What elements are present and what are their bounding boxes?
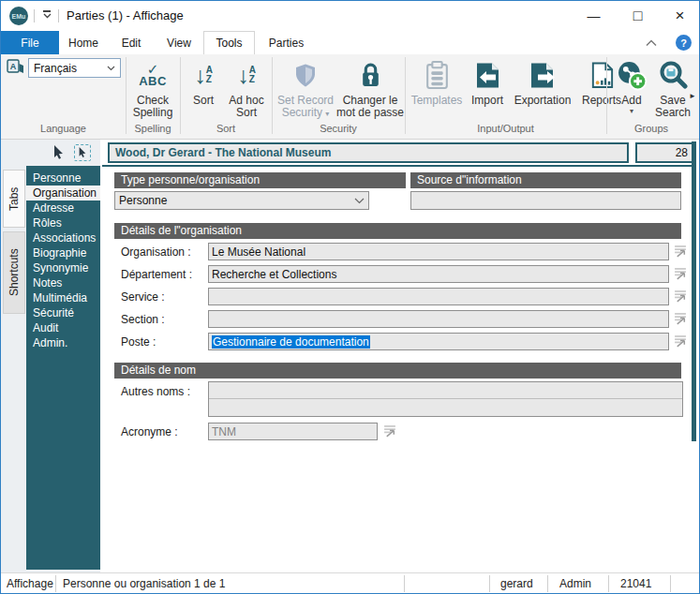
section-input[interactable] — [208, 310, 669, 328]
type-select[interactable]: Personne — [114, 191, 369, 210]
set-record-security-button[interactable]: Set Record Security ▾ — [275, 55, 336, 120]
sort-button[interactable]: ↓ AZ Sort — [185, 55, 222, 107]
sidebar-item-notes[interactable]: Notes — [26, 275, 100, 290]
status-separator — [608, 575, 609, 592]
titlebar-separator — [58, 9, 59, 22]
add-group-button[interactable]: Add ▾ — [612, 55, 651, 115]
tab-home[interactable]: Home — [59, 31, 108, 54]
check-spelling-button[interactable]: ✓ ABC Check Spelling — [127, 55, 179, 119]
cursor-icon[interactable] — [50, 144, 67, 161]
sidebar-item-roles[interactable]: Rôles — [26, 215, 100, 230]
dropdown-caret-icon: ▾ — [325, 110, 329, 118]
tab-tools[interactable]: Tools — [203, 31, 255, 54]
sidebar-tab-list: Personne Organisation Adresse Rôles Asso… — [26, 166, 100, 570]
tab-file[interactable]: File — [1, 31, 59, 54]
status-group: Admin — [554, 573, 597, 594]
status-record-id: 21041 — [615, 573, 657, 594]
field-label-service: Service : — [121, 290, 165, 304]
expand-field-icon[interactable] — [674, 334, 687, 348]
sidebar-item-adresse[interactable]: Adresse — [26, 200, 100, 215]
status-message: Personne ou organisation 1 de 1 — [57, 573, 231, 594]
group-label-spelling: Spelling — [126, 123, 180, 134]
maximize-button[interactable]: □ — [617, 1, 659, 31]
departement-input[interactable]: Recherche et Collections — [208, 265, 669, 283]
language-select[interactable]: Français — [28, 58, 121, 78]
svg-text:A: A — [10, 62, 17, 71]
acronyme-input[interactable]: TNM — [208, 423, 378, 440]
close-button[interactable]: × — [659, 1, 700, 31]
import-document-icon — [473, 61, 501, 90]
sidebar-item-biographie[interactable]: Biographie — [26, 245, 100, 260]
record-form: Wood, Dr Gerard - The National Museum 28… — [100, 140, 700, 572]
group-label-language: Language — [1, 123, 126, 134]
shield-icon — [295, 63, 316, 88]
sort-az-icon: ↓ AZ — [194, 64, 213, 87]
field-label-poste: Poste : — [121, 335, 156, 349]
templates-button[interactable]: Templates — [408, 55, 466, 107]
source-input[interactable] — [410, 191, 681, 210]
sidebar-item-synonymie[interactable]: Synonymie — [26, 260, 100, 275]
group-label-sort: Sort — [180, 123, 272, 134]
section-header-type: Type personne/organisation — [114, 172, 406, 188]
sidebar-item-admin[interactable]: Admin. — [26, 335, 100, 350]
ad-hoc-sort-button[interactable]: ↓ AZ Ad hoc Sort — [224, 55, 269, 119]
status-mode: Affichage — [1, 573, 59, 594]
sidebar-item-associations[interactable]: Associations — [26, 230, 100, 245]
dropdown-caret-icon: ▾ — [630, 107, 633, 115]
emu-logo-icon: EMu — [9, 7, 28, 25]
expand-field-icon[interactable] — [674, 312, 687, 325]
vertical-tab-shortcuts[interactable]: Shortcuts — [3, 231, 25, 314]
lock-icon — [360, 63, 381, 88]
collapse-ribbon-icon[interactable] — [646, 37, 659, 50]
title-bar: EMu Parties (1) - Affichage — □ × — [1, 1, 699, 31]
language-value: Français — [34, 62, 107, 75]
expand-field-icon[interactable] — [674, 245, 687, 258]
save-search-button[interactable]: Save Search — [651, 55, 694, 119]
window-title: Parties (1) - Affichage — [67, 8, 184, 22]
organisation-input[interactable]: Le Musée National — [208, 243, 669, 260]
field-label-section: Section : — [121, 313, 165, 326]
field-label-departement: Département : — [121, 268, 192, 281]
section-header-organisation: Détails de l"organisation — [114, 223, 681, 239]
header-divider — [102, 165, 696, 167]
vertical-tab-tabs[interactable]: Tabs — [3, 170, 25, 228]
sidebar-item-securite[interactable]: Sécurité — [26, 305, 100, 320]
sidebar-item-audit[interactable]: Audit — [26, 320, 100, 335]
import-button[interactable]: Import — [466, 55, 509, 107]
status-separator — [55, 575, 56, 592]
group-label-input-output: Input/Output — [405, 123, 606, 134]
autres-noms-grid[interactable] — [208, 381, 683, 417]
sidebar-item-personne[interactable]: Personne — [26, 171, 100, 186]
quick-access-dropdown-icon[interactable] — [41, 10, 52, 22]
service-input[interactable] — [208, 288, 669, 305]
sidebar-item-organisation[interactable]: Organisation — [26, 186, 100, 200]
help-icon[interactable]: ? — [676, 35, 692, 51]
change-password-button[interactable]: Changer le mot de passe — [336, 55, 404, 119]
sort-az-icon: ↓ AZ — [237, 64, 256, 87]
tab-edit[interactable]: Edit — [108, 31, 155, 54]
expand-field-icon[interactable] — [674, 290, 687, 303]
poste-input[interactable]: Gestionnaire de documentation — [208, 333, 669, 350]
export-button[interactable]: Exportation — [509, 55, 576, 107]
record-count: 28 — [635, 142, 694, 163]
ribbon-expander-icon[interactable]: ► — [689, 92, 696, 100]
vertical-scrollbar-thumb[interactable] — [692, 141, 696, 441]
export-document-icon — [529, 61, 557, 90]
selected-text: Gestionnaire de documentation — [212, 335, 370, 349]
group-label-security: Security — [272, 123, 405, 134]
tab-view[interactable]: View — [155, 31, 203, 54]
minimize-button[interactable]: — — [573, 1, 615, 31]
tab-parties[interactable]: Parties — [255, 31, 318, 54]
titlebar-separator — [34, 9, 35, 22]
expand-field-icon[interactable] — [383, 424, 396, 438]
select-tools-strip — [1, 140, 100, 166]
section-header-nom: Détails de nom — [114, 363, 681, 379]
save-search-icon — [658, 60, 688, 90]
field-label-autres-noms: Autres noms : — [121, 385, 190, 398]
sidebar-item-multimedia[interactable]: Multimédia — [26, 290, 100, 305]
section-header-source: Source d"information — [410, 172, 681, 188]
grid-row[interactable] — [209, 382, 682, 399]
marquee-select-icon[interactable] — [74, 144, 91, 161]
expand-field-icon[interactable] — [674, 267, 687, 280]
record-title: Wood, Dr Gerard - The National Museum — [108, 142, 629, 163]
